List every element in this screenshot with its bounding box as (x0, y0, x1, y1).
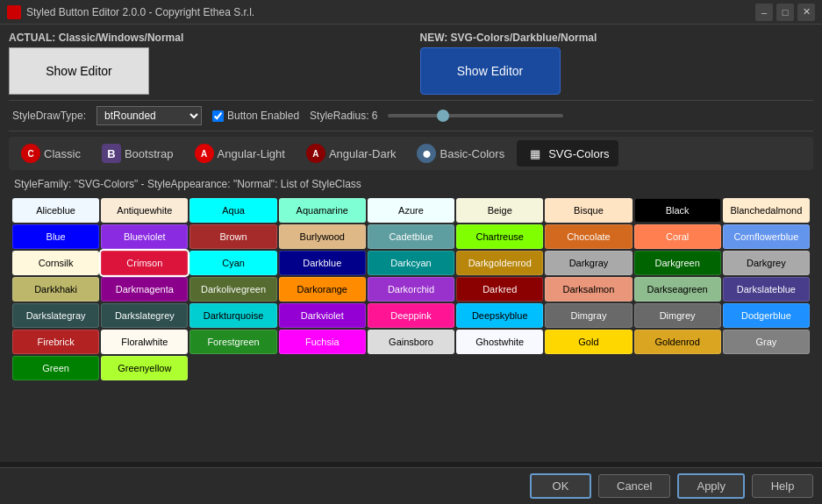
color-btn-aqua[interactable]: Aqua (189, 198, 276, 223)
color-btn-goldenrod[interactable]: Goldenrod (634, 330, 721, 354)
angular-light-icon: A (195, 144, 214, 163)
color-btn-gray[interactable]: Gray (723, 330, 810, 354)
tab-classic[interactable]: C Classic (12, 140, 89, 167)
tab-basic-colors-label: Basic-Colors (440, 147, 504, 160)
classic-icon: C (21, 144, 40, 163)
style-draw-type-label: StyleDrawType: (12, 110, 86, 122)
tab-bootstrap[interactable]: B Bootstrap (93, 140, 182, 167)
color-btn-dodgerblue[interactable]: Dodgerblue (723, 303, 810, 328)
color-btn-darkolivegreen[interactable]: Darkolivegreen (189, 277, 276, 302)
color-btn-black[interactable]: Black (634, 198, 721, 223)
color-btn-darkblue[interactable]: Darkblue (279, 251, 366, 275)
color-btn-floralwhite[interactable]: Floralwhite (101, 330, 188, 354)
minimize-button[interactable]: – (755, 4, 773, 21)
show-editor-classic-button[interactable]: Show Editor (9, 47, 149, 95)
color-grid-wrapper[interactable]: AliceblueAntiquewhiteAquaAquamarineAzure… (9, 196, 813, 455)
button-enabled-checkbox[interactable] (212, 110, 224, 122)
attrs-bar: StyleDrawType: btRounded Button Enabled … (9, 100, 813, 131)
color-btn-cornflowerblue[interactable]: Cornflowerblue (723, 224, 810, 249)
color-btn-darkviolet[interactable]: Darkviolet (279, 303, 366, 328)
color-btn-darkturquoise[interactable]: Darkturquoise (189, 303, 276, 328)
color-btn-firebrick[interactable]: Firebrick (12, 330, 99, 354)
app-title: Styled Button Editor 2.0.0 - Copyright E… (26, 6, 254, 18)
bootstrap-icon: B (102, 144, 121, 163)
style-radius-label: StyleRadius: 6 (310, 110, 377, 122)
basic-colors-icon: ⬤ (417, 144, 436, 163)
color-btn-aquamarine[interactable]: Aquamarine (279, 198, 366, 223)
color-btn-bisque[interactable]: Bisque (545, 198, 632, 223)
tab-svg-colors[interactable]: ▦ SVG-Colors (517, 140, 618, 167)
color-btn-darkslateblue[interactable]: Darkslateblue (723, 277, 810, 302)
color-btn-darksalmon[interactable]: Darksalmon (545, 277, 632, 302)
apply-button[interactable]: Apply (677, 473, 745, 499)
color-btn-chartreuse[interactable]: Chartreuse (456, 224, 543, 249)
color-btn-blueviolet[interactable]: Blueviolet (101, 224, 188, 249)
color-btn-brown[interactable]: Brown (189, 224, 276, 249)
color-btn-chocolate[interactable]: Chocolate (545, 224, 632, 249)
color-btn-ghostwhite[interactable]: Ghostwhite (456, 330, 543, 354)
color-btn-aliceblue[interactable]: Aliceblue (12, 198, 99, 223)
color-btn-darkorchid[interactable]: Darkorchid (368, 277, 454, 302)
color-btn-green[interactable]: Green (12, 356, 99, 380)
button-enabled-label: Button Enabled (212, 110, 299, 122)
color-btn-cornsilk[interactable]: Cornsilk (12, 251, 99, 275)
angular-dark-icon: A (306, 144, 325, 163)
color-btn-darkorange[interactable]: Darkorange (279, 277, 366, 302)
show-editor-new-button[interactable]: Show Editor (420, 47, 561, 95)
style-radius-slider[interactable] (388, 114, 563, 117)
tab-svg-colors-label: SVG-Colors (548, 147, 609, 160)
color-btn-burlywood[interactable]: Burlywood (279, 224, 366, 249)
color-btn-darkslategrey[interactable]: Darkslategrey (101, 303, 188, 328)
color-btn-cyan[interactable]: Cyan (189, 251, 276, 275)
color-btn-darkslategray[interactable]: Darkslategray (12, 303, 99, 328)
color-btn-darkred[interactable]: Darkred (456, 277, 543, 302)
color-btn-crimson[interactable]: Crimson (101, 251, 188, 275)
color-btn-darkgray[interactable]: Darkgray (545, 251, 632, 275)
title-bar: Styled Button Editor 2.0.0 - Copyright E… (0, 0, 822, 25)
color-btn-greenyellow[interactable]: Greenyellow (101, 356, 188, 380)
tab-angular-light[interactable]: A Angular-Light (186, 140, 294, 167)
help-button[interactable]: Help (752, 474, 813, 498)
color-btn-darkgreen[interactable]: Darkgreen (634, 251, 721, 275)
color-btn-blanchedalmond[interactable]: Blanchedalmond (723, 198, 810, 223)
tab-angular-dark-label: Angular-Dark (329, 147, 397, 160)
tab-angular-light-label: Angular-Light (218, 147, 285, 160)
color-btn-fuchsia[interactable]: Fuchsia (279, 330, 366, 354)
cancel-button[interactable]: Cancel (598, 474, 670, 498)
color-btn-gainsboro[interactable]: Gainsboro (368, 330, 454, 354)
color-btn-deepskyblue[interactable]: Deepskyblue (456, 303, 543, 328)
color-btn-darkgoldenrod[interactable]: Darkgoldenrod (456, 251, 543, 275)
new-label: NEW: SVG-Colors/Darkblue/Normal (420, 32, 814, 44)
close-button[interactable]: ✕ (797, 4, 815, 21)
color-btn-forestgreen[interactable]: Forestgreen (189, 330, 276, 354)
color-btn-cadetblue[interactable]: Cadetblue (368, 224, 454, 249)
color-btn-darkcyan[interactable]: Darkcyan (368, 251, 454, 275)
color-btn-antiquewhite[interactable]: Antiquewhite (101, 198, 188, 223)
color-grid: AliceblueAntiquewhiteAquaAquamarineAzure… (9, 196, 813, 382)
tab-bootstrap-label: Bootstrap (125, 147, 174, 160)
color-btn-deeppink[interactable]: Deeppink (368, 303, 454, 328)
color-btn-darkgrey[interactable]: Darkgrey (723, 251, 810, 275)
color-btn-dimgray[interactable]: Dimgray (545, 303, 632, 328)
svg-colors-icon: ▦ (525, 144, 545, 163)
maximize-button[interactable]: □ (776, 4, 794, 21)
app-icon (7, 5, 21, 19)
color-btn-dimgrey[interactable]: Dimgrey (634, 303, 721, 328)
color-btn-coral[interactable]: Coral (634, 224, 721, 249)
tab-basic-colors[interactable]: ⬤ Basic-Colors (408, 140, 513, 167)
actual-label: ACTUAL: Classic/Windows/Normal (9, 32, 403, 44)
color-btn-blue[interactable]: Blue (12, 224, 99, 249)
color-btn-darkseagreen[interactable]: Darkseagreen (634, 277, 721, 302)
color-btn-darkmagenta[interactable]: Darkmagenta (101, 277, 188, 302)
style-family-label: StyleFamily: "SVG-Colors" - StyleAppeara… (9, 175, 813, 193)
color-btn-azure[interactable]: Azure (368, 198, 454, 223)
tab-classic-label: Classic (44, 147, 81, 160)
color-btn-gold[interactable]: Gold (545, 330, 632, 354)
style-draw-select[interactable]: btRounded (96, 106, 202, 125)
tabs-row: C Classic B Bootstrap A Angular-Light A … (9, 137, 813, 170)
ok-button[interactable]: OK (530, 473, 591, 499)
bottom-bar: OK Cancel Apply Help (0, 467, 822, 504)
color-btn-beige[interactable]: Beige (456, 198, 543, 223)
color-btn-darkkhaki[interactable]: Darkkhaki (12, 277, 99, 302)
tab-angular-dark[interactable]: A Angular-Dark (297, 140, 405, 167)
